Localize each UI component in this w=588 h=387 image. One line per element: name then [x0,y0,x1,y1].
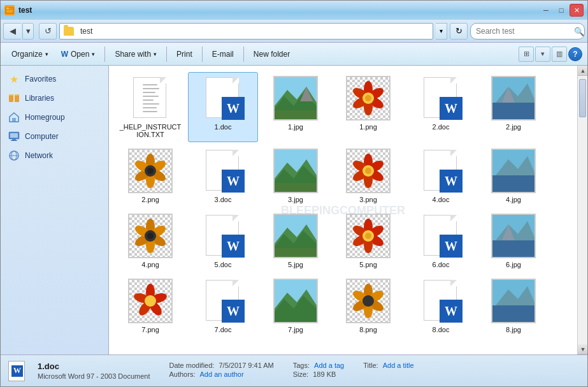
list-item[interactable]: W 7.doc [188,275,258,337]
open-button[interactable]: W Open ▾ [55,45,101,63]
svg-rect-2 [6,8,9,9]
addressbar: ◀ ▾ ↺ test ▾ ↻ 🔍 [1,20,587,43]
help-button[interactable]: ? [568,47,582,61]
sidebar-item-homegroup[interactable]: Homegroup [1,109,108,126]
status-name-col: 1.doc Microsoft Word 97 - 2003 Document [38,361,150,380]
share-button[interactable]: Share with ▾ [109,45,162,63]
svg-rect-67 [275,248,317,257]
separator-1 [104,47,105,62]
list-item[interactable]: 7.png [115,275,185,337]
search-box[interactable]: 🔍 [470,23,585,40]
close-button[interactable]: ✕ [570,4,584,17]
status-tags-value[interactable]: Add a tag [314,361,344,369]
address-field[interactable]: test [59,23,433,40]
file-name: 5.png [359,261,377,268]
file-name: 3.png [359,196,377,203]
email-button[interactable]: E-mail [206,45,240,63]
scroll-thumb-area[interactable] [578,76,587,344]
list-item[interactable]: 6.jpg [478,210,549,272]
svg-rect-5 [9,94,13,96]
scroll-down-button[interactable]: ▼ [578,344,587,354]
svg-point-52 [365,168,371,174]
list-item[interactable]: 8.jpg [478,275,549,337]
list-item[interactable]: 4.jpg [478,145,549,207]
back-button[interactable]: ◀ [3,23,21,40]
list-item[interactable]: 1.png [333,72,403,142]
file-name: 1.jpg [288,123,303,131]
share-dropdown-arrow: ▾ [154,51,157,57]
svg-rect-12 [11,140,17,141]
scrollbar[interactable]: ▲ ▼ [577,66,587,354]
list-item[interactable]: W 2.doc [406,72,476,142]
doc-file-icon: W [201,279,245,323]
preview-pane-button[interactable]: ▥ [552,47,567,62]
files-grid[interactable]: _HELP_INSTRUCT ION.TXT W 1.doc [109,66,577,354]
png-file-icon [128,214,173,258]
doc-file-icon: W [419,76,463,120]
status-title-value[interactable]: Add a title [383,361,414,369]
status-title-label: Title: Add a title [363,361,413,369]
list-item[interactable]: 3.jpg [261,145,331,207]
address-dropdown-button[interactable]: ▾ [436,23,447,40]
list-item[interactable]: 8.png [333,275,403,337]
view-toggle-button[interactable]: ⊞ [519,47,534,62]
list-item[interactable]: 5.jpg [261,210,331,272]
favorites-section: ★ Favorites [1,71,108,87]
list-item[interactable]: 1.jpg [261,72,331,142]
list-item[interactable]: 5.png [333,210,403,272]
file-name: 4.jpg [506,196,521,203]
txt-file-icon [128,76,173,120]
new-folder-button[interactable]: New folder [248,45,296,63]
refresh-button[interactable]: ↻ [450,23,468,40]
window-icon [4,5,15,15]
scroll-thumb[interactable] [579,79,586,117]
libraries-icon [8,92,20,104]
list-item[interactable]: 2.jpg [478,72,549,142]
list-item[interactable]: W 8.doc [406,275,476,337]
separator-4 [243,47,244,62]
list-item[interactable]: 2.png [115,145,185,207]
file-name: 1.png [359,123,377,131]
print-button[interactable]: Print [171,45,198,63]
forward-button[interactable]: ▾ [22,23,34,40]
list-item[interactable]: W 1.doc [188,72,258,142]
search-input[interactable] [476,27,571,36]
list-item[interactable]: _HELP_INSTRUCT ION.TXT [115,72,185,142]
status-title-col: Title: Add a title [363,361,413,380]
window-controls: ─ □ ✕ [539,4,584,17]
status-authors-value[interactable]: Add an author [200,370,244,378]
png-file-icon [128,149,173,193]
list-item[interactable]: 7.jpg [261,275,331,337]
minimize-button[interactable]: ─ [539,4,553,17]
list-item[interactable]: 3.png [333,145,403,207]
file-name: 3.doc [215,196,232,203]
nav-buttons: ◀ ▾ [3,23,34,40]
list-item[interactable]: 4.png [115,210,185,272]
file-name: _HELP_INSTRUCT ION.TXT [118,123,183,138]
recent-locations-button[interactable]: ↺ [39,23,57,40]
file-name: 5.doc [215,261,232,268]
file-name: 6.jpg [506,261,521,268]
status-filetype: Microsoft Word 97 - 2003 Document [38,372,150,380]
main-area: ★ Favorites Libraries [1,66,587,354]
organize-button[interactable]: Organize ▾ [6,45,54,63]
view-dropdown-button[interactable]: ▾ [535,47,550,62]
computer-icon [8,131,20,142]
file-name: 3.jpg [288,196,303,203]
search-icon: 🔍 [574,27,583,36]
maximize-button[interactable]: □ [554,4,568,17]
list-item[interactable]: W 6.doc [406,210,476,272]
sidebar-item-libraries[interactable]: Libraries [1,90,108,106]
png-file-icon [128,279,173,323]
word-icon-small: W [61,50,68,59]
favorites-icon: ★ [8,73,20,85]
sidebar-item-favorites[interactable]: ★ Favorites [1,71,108,87]
svg-rect-8 [12,118,16,122]
list-item[interactable]: W 4.doc [406,145,476,207]
list-item[interactable]: W 3.doc [188,145,258,207]
sidebar-item-network[interactable]: Network [1,147,108,164]
svg-rect-6 [15,94,19,96]
scroll-up-button[interactable]: ▲ [578,66,587,76]
list-item[interactable]: W 5.doc [188,210,258,272]
sidebar-item-computer[interactable]: Computer [1,128,108,145]
